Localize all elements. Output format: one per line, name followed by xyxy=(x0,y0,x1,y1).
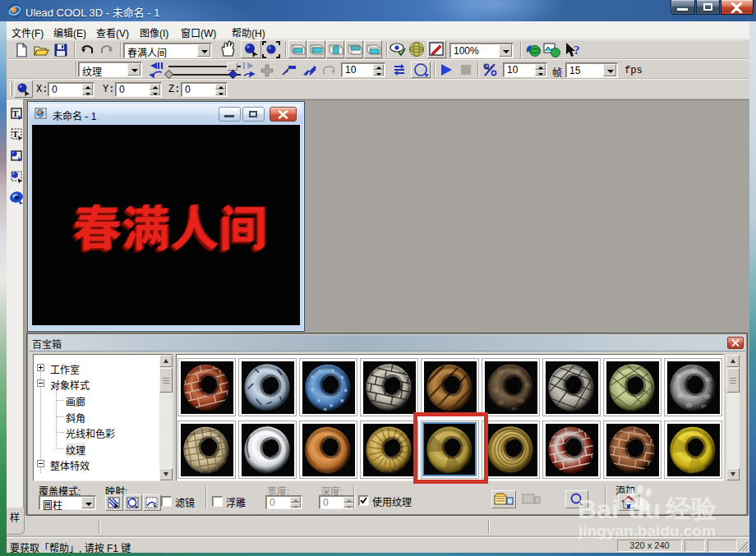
svg-text:Bai: Bai xyxy=(578,494,619,524)
svg-text:经验: 经验 xyxy=(665,488,717,524)
svg-text:T: T xyxy=(12,108,19,118)
svg-text:T: T xyxy=(12,129,19,139)
svg-text:?: ? xyxy=(574,44,580,57)
